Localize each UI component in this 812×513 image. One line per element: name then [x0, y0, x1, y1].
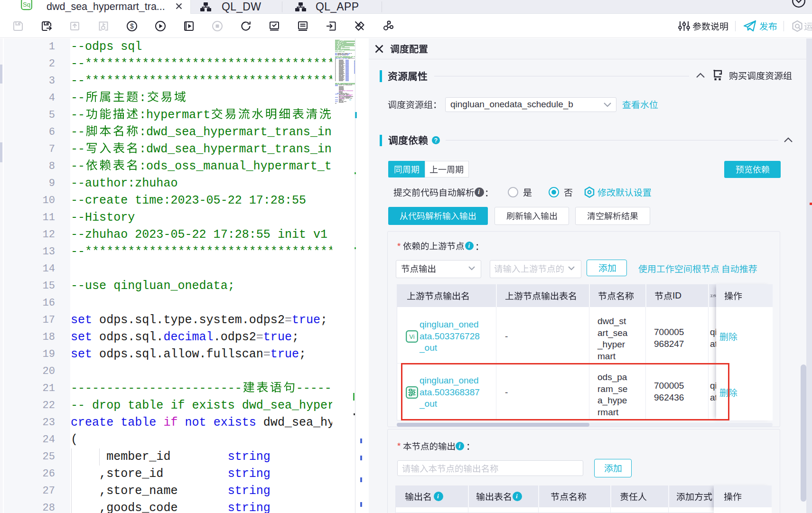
svg-text:Vi: Vi	[409, 333, 414, 340]
